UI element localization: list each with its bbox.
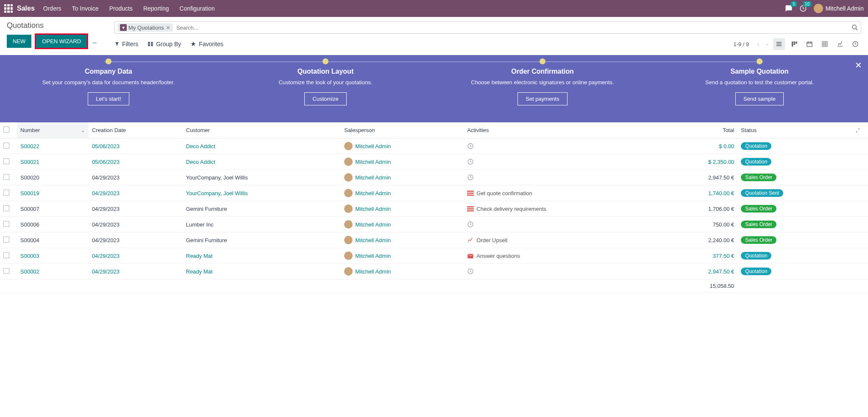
search-chip-label: My Quotations [128, 25, 164, 31]
row-checkbox[interactable] [3, 174, 9, 180]
table-row[interactable]: S0000304/29/2023Ready MatMitchell AdminA… [0, 248, 868, 264]
pager-next-icon[interactable]: › [765, 41, 770, 47]
menu-configuration[interactable]: Configuration [180, 5, 215, 12]
col-status[interactable]: Status [737, 122, 851, 138]
cell-customer[interactable]: Lumber Inc [183, 217, 341, 232]
groupby-button[interactable]: Group By [147, 41, 181, 47]
filters-button[interactable]: Filters [114, 41, 138, 47]
menu-products[interactable]: Products [109, 5, 133, 12]
cell-activity[interactable] [464, 264, 662, 279]
favorites-button[interactable]: Favorites [190, 41, 223, 47]
table-row[interactable]: S0000204/29/2023Ready MatMitchell Admin2… [0, 264, 868, 279]
search-bar[interactable]: ▼ My Quotations ✕ [114, 21, 861, 34]
select-all-checkbox[interactable] [3, 127, 9, 133]
col-salesperson[interactable]: Salesperson [341, 122, 464, 138]
activities-icon[interactable]: 10 [799, 5, 807, 12]
list-view-icon[interactable] [773, 38, 785, 50]
row-checkbox[interactable] [3, 158, 9, 164]
menu-to-invoice[interactable]: To Invoice [72, 5, 99, 12]
cell-activity[interactable] [464, 154, 662, 170]
cell-number[interactable]: S00020 [17, 170, 89, 185]
cell-customer[interactable]: Deco Addict [183, 138, 341, 154]
cell-customer[interactable]: Ready Mat [183, 248, 341, 264]
row-checkbox[interactable] [3, 268, 9, 274]
cell-salesperson[interactable]: Mitchell Admin [341, 217, 464, 232]
row-checkbox[interactable] [3, 205, 9, 211]
table-row[interactable]: S0001904/29/2023YourCompany, Joel Willis… [0, 185, 868, 201]
set-payments-button[interactable]: Set payments [517, 92, 568, 105]
table-row[interactable]: S0000704/29/2023Gemini FurnitureMitchell… [0, 201, 868, 217]
search-input[interactable] [176, 25, 851, 31]
table-row[interactable]: S0002105/06/2023Deco AddictMitchell Admi… [0, 154, 868, 170]
calendar-view-icon[interactable] [804, 38, 815, 50]
cell-salesperson[interactable]: Mitchell Admin [341, 170, 464, 185]
cell-salesperson[interactable]: Mitchell Admin [341, 154, 464, 170]
clock-icon [467, 221, 474, 228]
cell-number[interactable]: S00022 [17, 138, 89, 154]
search-icon[interactable] [851, 24, 858, 31]
download-icon[interactable] [92, 38, 97, 45]
cell-salesperson[interactable]: Mitchell Admin [341, 201, 464, 217]
table-row[interactable]: S0000404/29/2023Gemini FurnitureMitchell… [0, 232, 868, 248]
chip-remove-icon[interactable]: ✕ [166, 25, 170, 31]
row-checkbox[interactable] [3, 190, 9, 196]
brand[interactable]: Sales [17, 5, 35, 12]
new-button[interactable]: NEW [7, 35, 31, 48]
cell-salesperson[interactable]: Mitchell Admin [341, 248, 464, 264]
cell-customer[interactable]: YourCompany, Joel Willis [183, 170, 341, 185]
pivot-view-icon[interactable] [819, 38, 831, 50]
graph-view-icon[interactable] [834, 38, 846, 50]
cell-number[interactable]: S00007 [17, 201, 89, 217]
cell-customer[interactable]: Deco Addict [183, 154, 341, 170]
col-activities[interactable]: Activities [464, 122, 662, 138]
cell-activity[interactable]: Order Upsell [464, 232, 662, 248]
cell-customer[interactable]: YourCompany, Joel Willis [183, 185, 341, 201]
cell-activity[interactable] [464, 138, 662, 154]
cell-salesperson[interactable]: Mitchell Admin [341, 138, 464, 154]
cell-number[interactable]: S00006 [17, 217, 89, 232]
messages-icon[interactable]: 5 [785, 5, 793, 12]
cell-number[interactable]: S00003 [17, 248, 89, 264]
send-sample-button[interactable]: Send sample [735, 92, 784, 105]
pager-prev-icon[interactable]: ‹ [756, 41, 761, 47]
col-date[interactable]: Creation Date [89, 122, 183, 138]
col-number[interactable]: Number⌄ [17, 122, 89, 138]
row-checkbox[interactable] [3, 252, 9, 258]
row-checkbox[interactable] [3, 237, 9, 243]
table-row[interactable]: S0002004/29/2023YourCompany, Joel Willis… [0, 170, 868, 185]
cell-customer[interactable]: Ready Mat [183, 264, 341, 279]
cell-activity[interactable] [464, 217, 662, 232]
cell-customer[interactable]: Gemini Furniture [183, 232, 341, 248]
avatar-icon [344, 189, 353, 197]
column-settings-icon[interactable] [854, 127, 860, 133]
open-wizard-button[interactable]: OPEN WIZARD [35, 33, 88, 49]
apps-icon[interactable] [4, 4, 13, 13]
row-checkbox[interactable] [3, 143, 9, 149]
cell-activity[interactable]: Check delivery requirements [464, 201, 662, 217]
cell-number[interactable]: S00019 [17, 185, 89, 201]
table-row[interactable]: S0000604/29/2023Lumber IncMitchell Admin… [0, 217, 868, 232]
menu-orders[interactable]: Orders [43, 5, 61, 12]
cell-salesperson[interactable]: Mitchell Admin [341, 264, 464, 279]
cell-salesperson[interactable]: Mitchell Admin [341, 232, 464, 248]
cell-number[interactable]: S00021 [17, 154, 89, 170]
kanban-view-icon[interactable] [788, 38, 800, 50]
table-row[interactable]: S0002205/06/2023Deco AddictMitchell Admi… [0, 138, 868, 154]
cell-activity[interactable]: Answer questions [464, 248, 662, 264]
user-menu[interactable]: Mitchell Admin [814, 4, 864, 13]
cell-number[interactable]: S00002 [17, 264, 89, 279]
activity-view-icon[interactable] [849, 38, 861, 50]
menu-reporting[interactable]: Reporting [143, 5, 169, 12]
lets-start-button[interactable]: Let's start! [88, 92, 129, 105]
search-chip[interactable]: ▼ My Quotations ✕ [117, 23, 173, 32]
row-checkbox[interactable] [3, 221, 9, 227]
customize-button[interactable]: Customize [304, 92, 346, 105]
col-customer[interactable]: Customer [183, 122, 341, 138]
svg-rect-2 [776, 42, 782, 42]
cell-salesperson[interactable]: Mitchell Admin [341, 185, 464, 201]
cell-customer[interactable]: Gemini Furniture [183, 201, 341, 217]
col-total[interactable]: Total [662, 122, 738, 138]
cell-activity[interactable]: Get quote confirmation [464, 185, 662, 201]
cell-activity[interactable] [464, 170, 662, 185]
cell-number[interactable]: S00004 [17, 232, 89, 248]
